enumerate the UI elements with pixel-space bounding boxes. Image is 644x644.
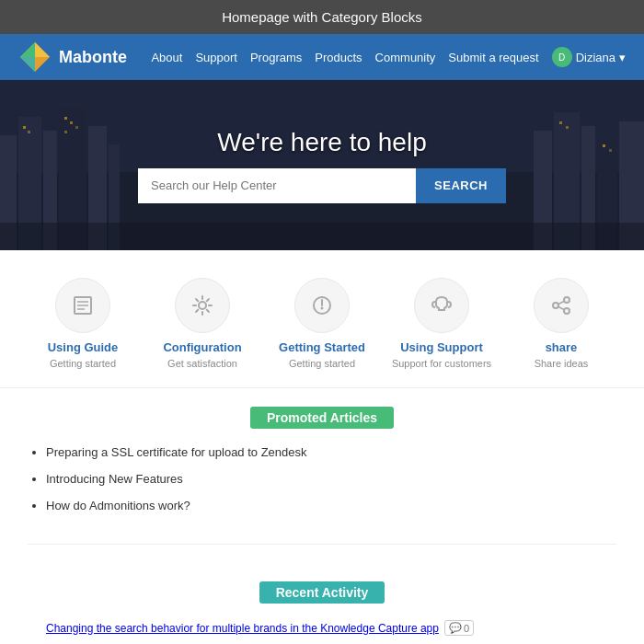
category-using-support[interactable]: Using Support Support for customers	[382, 278, 501, 369]
using-support-title: Using Support	[400, 340, 483, 354]
svg-point-36	[564, 297, 569, 303]
share-icon	[534, 278, 589, 333]
svg-rect-18	[28, 131, 30, 133]
using-support-sub: Support for customers	[392, 358, 491, 369]
using-support-icon	[414, 278, 469, 333]
user-avatar: D	[552, 47, 572, 67]
getting-started-icon	[294, 278, 350, 333]
nav-logo[interactable]: Mabonte	[18, 40, 127, 74]
nav: Mabonte About Support Programs Products …	[0, 34, 644, 80]
svg-marker-2	[20, 57, 35, 72]
search-input[interactable]	[138, 168, 416, 203]
svg-rect-17	[23, 126, 26, 129]
promoted-articles-section: Promoted Articles Preparing a SSL certif…	[0, 388, 644, 563]
activity-item: Changing the search behavior for multipl…	[46, 620, 616, 636]
svg-rect-21	[75, 126, 78, 129]
hero-section: We're here to help SEARCH	[0, 80, 644, 250]
article-link-admonitions[interactable]: How do Admonitions work?	[46, 499, 190, 512]
top-bar-title: Homepage with Category Blocks	[222, 9, 422, 25]
category-getting-started[interactable]: Getting Started Getting started	[262, 278, 382, 369]
logo-icon	[18, 40, 52, 74]
using-guide-title: Using Guide	[48, 340, 119, 354]
svg-line-40	[558, 307, 564, 310]
promoted-articles-header: Promoted Articles	[28, 407, 616, 429]
logo-text: Mabonte	[59, 48, 127, 67]
article-link-features[interactable]: Introducing New Features	[46, 472, 183, 486]
nav-submit[interactable]: Submit a request	[448, 51, 538, 64]
configuration-icon	[175, 278, 230, 333]
search-button[interactable]: SEARCH	[416, 168, 506, 203]
svg-rect-27	[0, 223, 644, 250]
recent-activity-badge: Recent Activity	[259, 581, 385, 604]
article-link-ssl[interactable]: Preparing a SSL certificate for upload t…	[46, 445, 307, 459]
nav-programs[interactable]: Programs	[250, 51, 302, 64]
svg-marker-3	[20, 42, 35, 57]
svg-point-38	[564, 308, 569, 314]
svg-rect-20	[70, 121, 73, 124]
getting-started-sub: Getting started	[289, 358, 355, 369]
svg-rect-26	[609, 149, 612, 152]
activity-list: Changing the search behavior for multipl…	[28, 620, 616, 644]
promoted-articles-badge: Promoted Articles	[250, 407, 394, 429]
comment-count-1: 💬 0	[444, 620, 474, 636]
category-using-guide[interactable]: Using Guide Getting started	[23, 278, 143, 369]
search-bar: SEARCH	[138, 168, 506, 203]
svg-rect-25	[603, 144, 605, 147]
categories-section: Using Guide Getting started Configuratio…	[0, 250, 644, 388]
svg-point-32	[199, 302, 206, 309]
recent-activity-header: Recent Activity	[28, 581, 616, 604]
svg-rect-22	[64, 131, 67, 133]
hero-content: We're here to help SEARCH	[138, 128, 506, 203]
promoted-articles-list: Preparing a SSL certificate for upload t…	[28, 445, 616, 545]
comment-icon: 💬	[449, 622, 462, 634]
svg-rect-23	[559, 121, 562, 124]
using-guide-sub: Getting started	[50, 358, 116, 369]
article-item: How do Admonitions work?	[46, 499, 616, 512]
configuration-title: Configuration	[163, 340, 241, 354]
chevron-down-icon: ▾	[619, 51, 626, 64]
nav-links: About Support Programs Products Communit…	[151, 50, 538, 64]
getting-started-title: Getting Started	[279, 340, 365, 354]
nav-community[interactable]: Community	[375, 51, 436, 64]
comment-number: 0	[464, 623, 469, 634]
nav-support[interactable]: Support	[195, 51, 237, 64]
activity-link-1[interactable]: Changing the search behavior for multipl…	[46, 622, 439, 635]
svg-point-37	[553, 303, 558, 308]
nav-user[interactable]: D Diziana ▾	[552, 47, 626, 67]
recent-activity-section: Recent Activity Changing the search beha…	[0, 563, 644, 644]
hero-title: We're here to help	[217, 128, 426, 157]
category-configuration[interactable]: Configuration Get satisfaction	[143, 278, 262, 369]
nav-about[interactable]: About	[151, 51, 182, 64]
configuration-sub: Get satisfaction	[167, 358, 237, 369]
share-sub: Share ideas	[535, 358, 589, 369]
svg-marker-1	[35, 42, 50, 57]
category-share[interactable]: share Share ideas	[501, 278, 621, 369]
svg-rect-24	[566, 126, 569, 129]
using-guide-icon	[55, 278, 110, 333]
username: Diziana	[576, 51, 615, 64]
share-title: share	[546, 340, 578, 354]
svg-rect-19	[64, 117, 67, 120]
article-item: Introducing New Features	[46, 472, 616, 486]
svg-line-39	[558, 302, 564, 305]
top-bar: Homepage with Category Blocks	[0, 0, 644, 34]
nav-products[interactable]: Products	[315, 51, 362, 64]
article-item: Preparing a SSL certificate for upload t…	[46, 445, 616, 459]
svg-point-35	[321, 307, 324, 310]
